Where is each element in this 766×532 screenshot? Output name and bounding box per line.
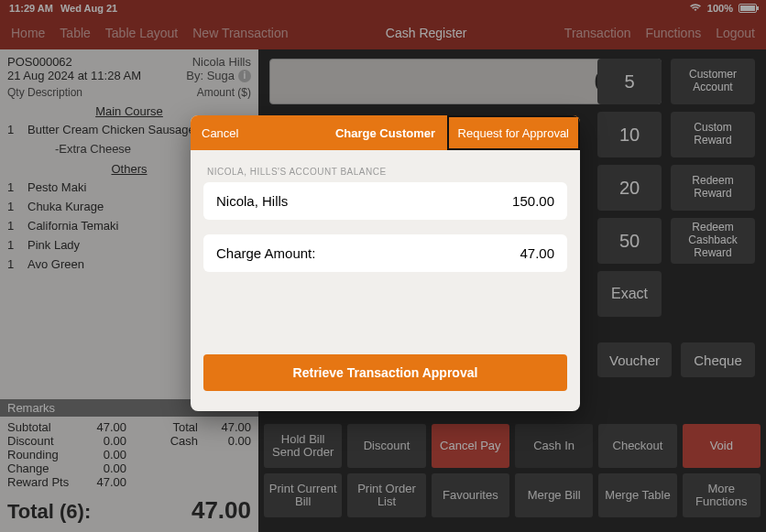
modal-cancel-button[interactable]: Cancel [191, 115, 249, 150]
charge-amount-card: Charge Amount: 47.00 [203, 234, 567, 272]
account-balance-card: Nicola, Hills 150.00 [203, 182, 567, 220]
account-name: Nicola, Hills [216, 193, 512, 209]
account-balance-label: NICOLA, HILLS'S ACCOUNT BALANCE [207, 167, 567, 177]
charge-amount-label: Charge Amount: [216, 245, 520, 261]
request-approval-button[interactable]: Request for Approval [447, 115, 580, 150]
retrieve-approval-button[interactable]: Retrieve Transaction Approval [203, 354, 567, 391]
charge-customer-modal: Cancel Charge Customer Request for Appro… [191, 115, 580, 411]
charge-amount-value: 47.00 [520, 245, 554, 261]
account-balance: 150.00 [512, 193, 554, 209]
